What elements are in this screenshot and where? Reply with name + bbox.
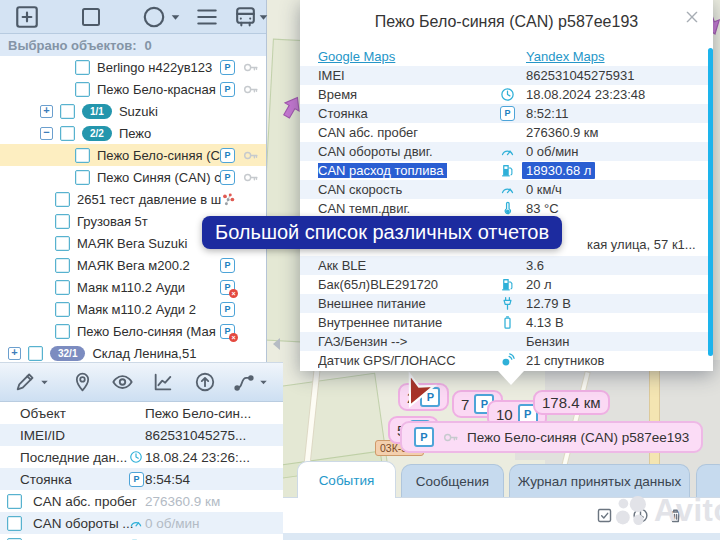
item-checkbox[interactable] bbox=[60, 126, 75, 141]
sensor-checkbox[interactable] bbox=[7, 494, 22, 509]
popup-row: CAN скорость0 км/ч bbox=[300, 180, 713, 199]
tree-item[interactable]: 2651 тест давление в ш bbox=[0, 188, 266, 210]
tree-item-label: 2651 тест давление в ш bbox=[77, 192, 221, 207]
selected-objects-label: Выбрано объектов: bbox=[8, 38, 137, 53]
item-checkbox[interactable] bbox=[55, 192, 70, 207]
panel-collapse-handle[interactable] bbox=[267, 338, 280, 350]
item-checkbox[interactable] bbox=[28, 346, 43, 361]
tree-item[interactable]: −2/2Пежо bbox=[0, 122, 266, 144]
tree-item[interactable]: +1/1Suzuki bbox=[0, 100, 266, 122]
popup-row-label: CAN обороты двиг. bbox=[318, 144, 500, 159]
satellite-icon bbox=[500, 353, 515, 368]
popup-row-icon-slot bbox=[500, 125, 515, 140]
tree-item[interactable]: МАЯК Вега м200.2P bbox=[0, 254, 266, 276]
tree-item[interactable]: Пежо Бело-синяя (СP bbox=[0, 144, 266, 166]
item-checkbox[interactable] bbox=[55, 258, 70, 273]
cluster-count: 10 bbox=[496, 406, 513, 423]
item-checkbox[interactable] bbox=[75, 170, 90, 185]
google-maps-link[interactable]: Google Maps bbox=[318, 49, 395, 64]
list-view-icon[interactable] bbox=[194, 4, 220, 30]
details-value: 862531045275... bbox=[145, 428, 246, 443]
popup-row: Датчик GPS/ГЛОНАСС21 спутников bbox=[300, 351, 713, 370]
group-count-badge: 32/1 bbox=[50, 346, 85, 361]
close-icon[interactable] bbox=[684, 9, 700, 25]
parking-icon: P× bbox=[220, 324, 235, 339]
details-row: CAN расход то...18930.68 л bbox=[0, 534, 283, 540]
details-label: Последние дан... bbox=[20, 450, 127, 465]
details-label: Объект bbox=[20, 406, 66, 421]
popup-row: Бак(65л)BLE29172020 л bbox=[300, 275, 713, 294]
fuel-icon bbox=[500, 163, 515, 178]
item-checkbox[interactable] bbox=[75, 82, 90, 97]
key-icon bbox=[242, 59, 259, 76]
tree-item[interactable]: Маяк м110.2 Ауди 2P bbox=[0, 298, 266, 320]
vehicle-filter-icon[interactable] bbox=[233, 4, 258, 29]
parking-icon: P bbox=[220, 148, 235, 163]
tree-item[interactable]: Пежо Синяя (CAN) сP bbox=[0, 166, 266, 188]
popup-title: Пежо Бело-синяя (CAN) p587ee193 bbox=[300, 0, 713, 46]
tree-item[interactable]: Пежо Бело-синяя (МаяP× bbox=[0, 320, 266, 342]
popup-row-value: 4.13 В bbox=[526, 315, 564, 330]
popup-row-value: 0 км/ч bbox=[526, 182, 562, 197]
item-checkbox[interactable] bbox=[60, 104, 75, 119]
route-icon[interactable] bbox=[232, 371, 256, 393]
watch-icon[interactable] bbox=[110, 371, 135, 393]
edit-icon[interactable] bbox=[14, 371, 36, 393]
parking-icon: P bbox=[129, 472, 144, 487]
parking-icon: P× bbox=[220, 280, 235, 295]
unit-list-toolbar bbox=[0, 0, 266, 34]
sensor-checkbox[interactable] bbox=[7, 516, 22, 531]
yandex-maps-link[interactable]: Yandex Maps bbox=[526, 49, 605, 64]
item-status-icons: P bbox=[220, 147, 259, 164]
map-distance-badge[interactable]: 178.4 км bbox=[533, 390, 610, 415]
tree-item-label: Пежо Бело-синяя (С bbox=[97, 148, 220, 163]
popup-row-label: Время bbox=[318, 87, 500, 102]
select-all-icon[interactable] bbox=[596, 507, 613, 524]
item-checkbox[interactable] bbox=[55, 302, 70, 317]
item-checkbox[interactable] bbox=[55, 236, 70, 251]
selection-circle-icon[interactable] bbox=[141, 4, 167, 30]
popup-row-label: IMEI bbox=[318, 68, 500, 83]
details-row: IMEI/ID862531045275... bbox=[0, 424, 283, 446]
item-checkbox[interactable] bbox=[55, 280, 70, 295]
tree-item[interactable]: Berlingo н422ув123P bbox=[0, 56, 266, 78]
tree-item[interactable]: +32/1Склад Ленина,51 bbox=[0, 342, 266, 362]
popup-pointer bbox=[498, 371, 524, 385]
tree-item[interactable]: Пежо Бело-краснаяP bbox=[0, 78, 266, 100]
item-checkbox[interactable] bbox=[75, 148, 90, 163]
parking-icon: P bbox=[220, 302, 235, 317]
gauge-icon bbox=[500, 182, 515, 197]
chevron-down-icon[interactable] bbox=[258, 377, 269, 388]
tab-2[interactable]: Сообщения bbox=[401, 464, 504, 498]
tree-item[interactable]: Маяк м110.2 АудиP× bbox=[0, 276, 266, 298]
popup-row: Время18.08.2024 23:23:48 bbox=[300, 85, 713, 104]
unit-map-tooltip[interactable]: P Пежо Бело-синяя (CAN) p587ee193 bbox=[400, 421, 703, 453]
details-table: ОбъектПежо Бело-син...IMEI/ID86253104527… bbox=[0, 402, 283, 540]
chevron-down-icon[interactable] bbox=[39, 377, 50, 388]
popup-row-icon-slot bbox=[500, 258, 515, 273]
popup-row-value: Бензин bbox=[526, 334, 569, 349]
chevron-down-icon[interactable] bbox=[169, 11, 182, 24]
distance-label: 178.4 км bbox=[542, 394, 601, 411]
reports-icon[interactable] bbox=[152, 371, 174, 393]
promo-banner: Большой список различных отчетов bbox=[202, 216, 562, 249]
send-command-icon[interactable] bbox=[194, 371, 216, 393]
error-badge: × bbox=[229, 333, 238, 342]
item-checkbox[interactable] bbox=[75, 60, 90, 75]
item-checkbox[interactable] bbox=[55, 324, 70, 339]
fuel-icon bbox=[500, 277, 515, 292]
expand-icon[interactable]: + bbox=[8, 347, 21, 360]
popup-row-value: 12.79 В bbox=[526, 296, 571, 311]
popup-scrollbar[interactable] bbox=[708, 48, 713, 356]
chevron-down-icon[interactable] bbox=[257, 11, 270, 24]
add-object-icon[interactable] bbox=[14, 4, 40, 30]
locate-icon[interactable] bbox=[72, 371, 93, 393]
item-checkbox[interactable] bbox=[55, 214, 70, 229]
selection-rect-icon[interactable] bbox=[79, 5, 103, 29]
collapse-icon[interactable]: − bbox=[40, 127, 53, 140]
tree-item-label: Склад Ленина,51 bbox=[92, 346, 196, 361]
popup-row: CAN обороты двиг.0 об/мин bbox=[300, 142, 713, 161]
tab-1[interactable]: События bbox=[297, 461, 396, 498]
popup-row-icon-slot bbox=[500, 334, 515, 349]
expand-icon[interactable]: + bbox=[40, 105, 53, 118]
